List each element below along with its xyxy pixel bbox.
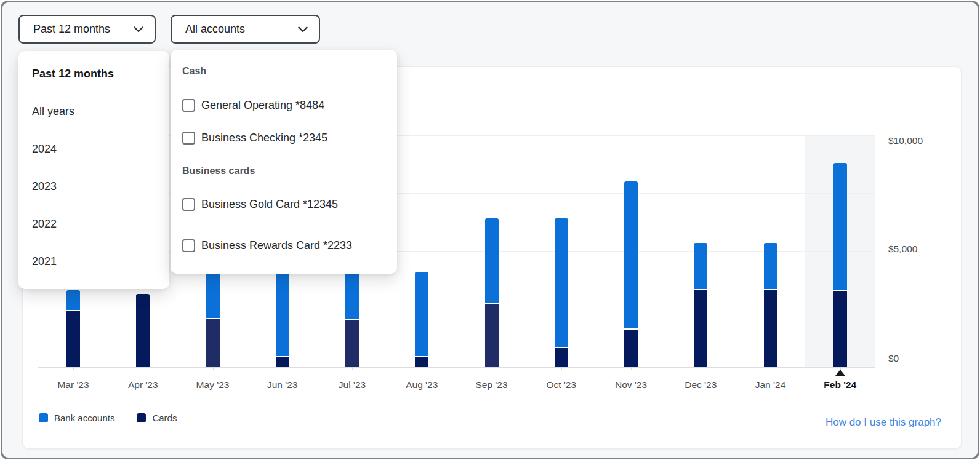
bar-column[interactable] xyxy=(66,290,80,367)
period-dropdown-menu: Past 12 monthsAll years2024202320222021 xyxy=(18,51,169,289)
x-axis-label: Aug '23 xyxy=(388,379,456,391)
accounts-dropdown-menu: CashGeneral Operating *8484Business Chec… xyxy=(171,50,397,274)
account-checkbox[interactable] xyxy=(182,132,195,145)
period-menu-item[interactable]: 2023 xyxy=(18,168,169,205)
bar-segment-cards[interactable] xyxy=(276,357,289,367)
bar-column[interactable] xyxy=(485,218,499,367)
bar-segment-cards[interactable] xyxy=(694,290,707,367)
legend-label: Bank accounts xyxy=(54,413,114,423)
x-axis-label: Dec '23 xyxy=(667,379,734,391)
app-window: $10,000$5,000$0Mar '23Apr '23May '23Jun … xyxy=(0,0,980,460)
bar-segment-bank-accounts[interactable] xyxy=(276,272,289,356)
bar-segment-cards[interactable] xyxy=(345,320,359,367)
x-axis-label: Apr '23 xyxy=(109,379,177,391)
bar-segment-cards[interactable] xyxy=(555,348,568,367)
x-axis-label: May '23 xyxy=(179,379,247,391)
axis-tickmark xyxy=(352,367,353,370)
gridline xyxy=(38,309,875,309)
account-checkbox[interactable] xyxy=(182,239,195,252)
axis-tickmark xyxy=(561,367,562,370)
bar-segment-cards[interactable] xyxy=(764,290,777,367)
accounts-section-header: Cash xyxy=(182,65,390,78)
bar-segment-cards[interactable] xyxy=(624,330,638,367)
account-option[interactable]: Business Gold Card *12345 xyxy=(182,193,390,215)
axis-tickmark xyxy=(631,367,632,370)
bar-segment-bank-accounts[interactable] xyxy=(555,218,568,347)
x-axis-label: Jan '24 xyxy=(737,379,805,391)
legend-swatch xyxy=(137,413,146,422)
axis-tickmark xyxy=(771,367,771,370)
bar-segment-bank-accounts[interactable] xyxy=(66,290,80,310)
account-option-label: Business Gold Card *12345 xyxy=(201,198,338,211)
account-option-label: General Operating *8484 xyxy=(201,99,324,112)
axis-tickmark xyxy=(143,367,143,370)
bar-column[interactable] xyxy=(345,272,359,367)
account-option[interactable]: Business Rewards Card *2233 xyxy=(182,234,390,256)
x-axis-label: Jul '23 xyxy=(318,379,386,391)
x-axis-label: Mar '23 xyxy=(39,379,107,391)
axis-tickmark xyxy=(73,367,74,370)
account-checkbox[interactable] xyxy=(182,99,195,112)
legend-swatch xyxy=(39,413,48,422)
bar-segment-bank-accounts[interactable] xyxy=(206,272,220,318)
bar-segment-bank-accounts[interactable] xyxy=(345,272,359,319)
x-axis-label: Jun '23 xyxy=(249,379,316,391)
chart-legend: Bank accountsCards xyxy=(39,413,177,423)
bar-column[interactable] xyxy=(624,181,638,367)
x-axis-label: Oct '23 xyxy=(528,379,595,391)
x-axis-line xyxy=(38,367,875,368)
bar-segment-cards[interactable] xyxy=(415,357,428,367)
accounts-filter-label: All accounts xyxy=(185,23,245,36)
period-filter-button[interactable]: Past 12 months xyxy=(18,15,156,44)
axis-tickmark xyxy=(283,367,283,370)
account-option-label: Business Rewards Card *2233 xyxy=(201,239,352,252)
legend-item: Cards xyxy=(137,413,177,423)
account-option[interactable]: General Operating *8484 xyxy=(182,94,390,116)
account-option[interactable]: Business Checking *2345 xyxy=(182,127,390,149)
bar-segment-bank-accounts[interactable] xyxy=(764,243,777,289)
account-option-label: Business Checking *2345 xyxy=(201,132,327,145)
bar-column[interactable] xyxy=(833,163,847,367)
legend-item: Bank accounts xyxy=(39,413,114,423)
bar-column[interactable] xyxy=(555,218,568,367)
axis-tickmark xyxy=(492,367,492,370)
accounts-filter-button[interactable]: All accounts xyxy=(171,15,320,44)
bar-segment-bank-accounts[interactable] xyxy=(415,272,428,356)
y-axis-label: $5,000 xyxy=(888,244,917,255)
period-menu-item[interactable]: 2021 xyxy=(18,243,169,280)
period-menu-item[interactable]: 2024 xyxy=(18,130,169,168)
x-axis-label: Feb '24 xyxy=(806,379,874,391)
axis-tickmark xyxy=(422,367,422,370)
bar-segment-cards[interactable] xyxy=(136,294,150,367)
bar-segment-cards[interactable] xyxy=(206,319,220,367)
x-axis-label: Sep '23 xyxy=(458,379,526,391)
bar-segment-cards[interactable] xyxy=(485,304,499,367)
x-axis-label: Nov '23 xyxy=(597,379,665,391)
bar-segment-bank-accounts[interactable] xyxy=(833,163,847,290)
period-menu-item[interactable]: Past 12 months xyxy=(18,55,169,93)
bar-column[interactable] xyxy=(764,243,777,367)
period-menu-item[interactable]: All years xyxy=(18,93,169,130)
current-month-marker-icon xyxy=(835,370,845,376)
period-filter-label: Past 12 months xyxy=(33,23,110,36)
chevron-down-icon xyxy=(134,26,143,33)
y-axis-label: $10,000 xyxy=(888,135,923,146)
help-link[interactable]: How do I use this graph? xyxy=(825,416,941,429)
accounts-section-header: Business cards xyxy=(182,164,390,178)
bar-column[interactable] xyxy=(415,272,428,367)
bar-segment-bank-accounts[interactable] xyxy=(485,218,499,303)
legend-label: Cards xyxy=(152,413,177,423)
bar-segment-cards[interactable] xyxy=(66,311,80,367)
axis-tickmark xyxy=(701,367,701,370)
bar-column[interactable] xyxy=(694,243,707,367)
period-menu-item[interactable]: 2022 xyxy=(18,205,169,243)
chevron-down-icon xyxy=(298,26,308,33)
bar-column[interactable] xyxy=(276,272,289,367)
bar-segment-bank-accounts[interactable] xyxy=(624,181,638,328)
axis-tickmark xyxy=(213,367,214,370)
account-checkbox[interactable] xyxy=(182,198,195,211)
bar-column[interactable] xyxy=(206,272,220,367)
bar-column[interactable] xyxy=(136,294,150,367)
bar-segment-cards[interactable] xyxy=(833,291,847,367)
bar-segment-bank-accounts[interactable] xyxy=(694,243,707,289)
